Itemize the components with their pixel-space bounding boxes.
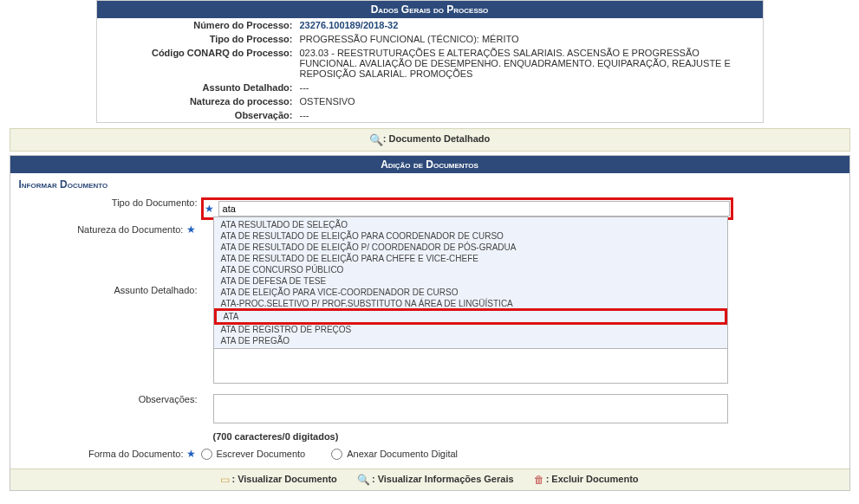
delete-icon: 🗑 xyxy=(534,474,544,486)
char-counter: (700 caracteres/0 digitados) xyxy=(213,429,841,444)
lbl-process-number: Número do Processo: xyxy=(97,18,296,32)
view-document-label: : Visualizar Documento xyxy=(231,474,336,484)
lbl-assunto-detalhado: Assunto Detalhado: xyxy=(19,285,201,295)
suggest-item[interactable]: ATA DE RESULTADO DE ELEIÇÃO PARA CHEFE E… xyxy=(214,253,727,264)
suggest-item[interactable]: ATA RESULTADO DE SELEÇÃO xyxy=(214,219,727,230)
required-star-icon: ★ xyxy=(186,223,196,236)
radio-escrever-label[interactable]: Escrever Documento xyxy=(217,449,306,459)
process-table: Número do Processo: 23276.100189/2018-32… xyxy=(97,18,763,122)
document-icon: ▭ xyxy=(220,474,230,486)
lbl-tipo-documento: Tipo do Documento: xyxy=(19,197,201,220)
suggest-item[interactable]: ATA DE PREGÃO xyxy=(214,335,727,346)
footer-legend: ▭: Visualizar Documento 🔍: Visualizar In… xyxy=(10,468,849,490)
lbl-process-type: Tipo do Processo: xyxy=(97,32,296,46)
detailed-doc-label: : Documento Detalhado xyxy=(383,133,490,144)
search-icon: 🔍 xyxy=(357,474,370,486)
lbl-natureza-proc: Natureza do processo: xyxy=(97,94,296,108)
observacoes-textarea[interactable] xyxy=(213,394,728,423)
process-general-panel: Dados Gerais do Processo Número do Proce… xyxy=(96,0,764,123)
suggest-item[interactable]: ATA DE RESULTADO DE ELEIÇÃO PARA COORDEN… xyxy=(214,230,727,242)
suggest-item[interactable]: ATA DE CONCURSO PÚBLICO xyxy=(214,264,727,275)
detailed-doc-bar: 🔍: Documento Detalhado xyxy=(10,128,850,152)
val-obs-proc: --- xyxy=(296,108,763,122)
lbl-obs-proc: Observação: xyxy=(97,108,296,122)
suggest-item[interactable]: ATA DE REGISTRO DE PREÇOS xyxy=(214,324,727,335)
required-star-icon: ★ xyxy=(186,448,196,460)
radio-anexar-label[interactable]: Anexar Documento Digital xyxy=(347,449,458,459)
lbl-assunto: Assunto Detalhado: xyxy=(97,81,296,94)
view-info-label: : Visualizar Informações Gerais xyxy=(372,474,514,484)
tipo-documento-suggest-list: ATA RESULTADO DE SELEÇÃOATA DE RESULTADO… xyxy=(213,216,728,349)
val-assunto: --- xyxy=(296,81,763,94)
val-natureza-proc: OSTENSIVO xyxy=(296,94,763,108)
inform-doc-subheader: Informar Documento xyxy=(10,173,849,196)
delete-document-label: : Excluir Documento xyxy=(546,474,639,484)
process-header: Dados Gerais do Processo xyxy=(97,1,763,18)
search-icon: 🔍 xyxy=(369,133,383,146)
suggest-item[interactable]: ATA DE DEFESA DE TESE xyxy=(214,275,727,287)
add-document-panel: Adição de Documentos Informar Documento … xyxy=(10,155,850,491)
lbl-forma-documento: Forma do Documento: ★ xyxy=(19,448,201,460)
val-process-type: PROGRESSÃO FUNCIONAL (TÉCNICO): MÉRITO xyxy=(296,32,763,46)
suggest-item[interactable]: ATA xyxy=(214,308,727,325)
required-star-icon: ★ xyxy=(205,203,214,215)
suggest-item[interactable]: ATA DE ELEIÇÃO PARA VICE-COORDENADOR DE … xyxy=(214,287,727,298)
val-conarq: 023.03 - REESTRUTURAÇÕES E ALTERAÇÕES SA… xyxy=(296,46,763,81)
lbl-observacoes: Observações: xyxy=(19,394,201,425)
add-doc-header: Adição de Documentos xyxy=(10,156,849,173)
radio-anexar[interactable] xyxy=(331,449,342,460)
lbl-natureza-documento: Natureza do Documento: ★ xyxy=(19,223,201,385)
tipo-documento-input[interactable] xyxy=(218,201,730,216)
suggest-item[interactable]: ATA DE RESULTADO DE ELEIÇÃO P/ COORDENAD… xyxy=(214,242,727,253)
process-number-link[interactable]: 23276.100189/2018-32 xyxy=(300,20,399,30)
lbl-conarq: Código CONARQ do Processo: xyxy=(97,46,296,81)
radio-escrever[interactable] xyxy=(201,449,212,460)
